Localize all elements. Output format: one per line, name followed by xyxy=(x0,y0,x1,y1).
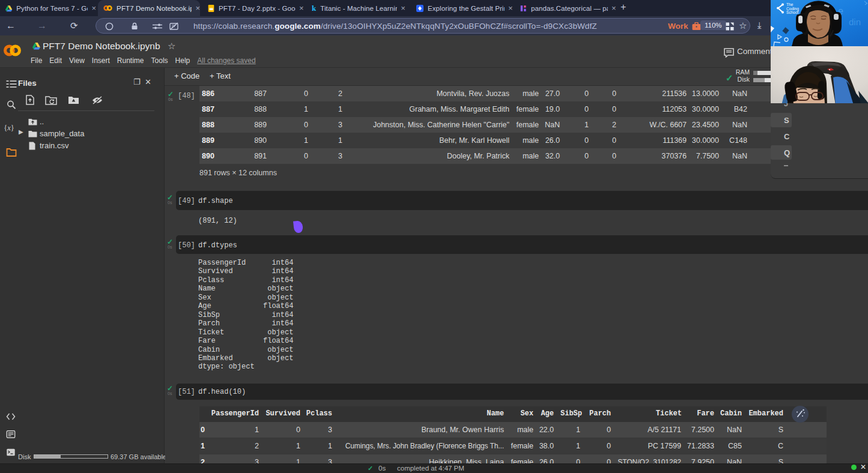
svg-text:School: School xyxy=(786,10,799,14)
svg-text:din: din xyxy=(849,17,861,27)
